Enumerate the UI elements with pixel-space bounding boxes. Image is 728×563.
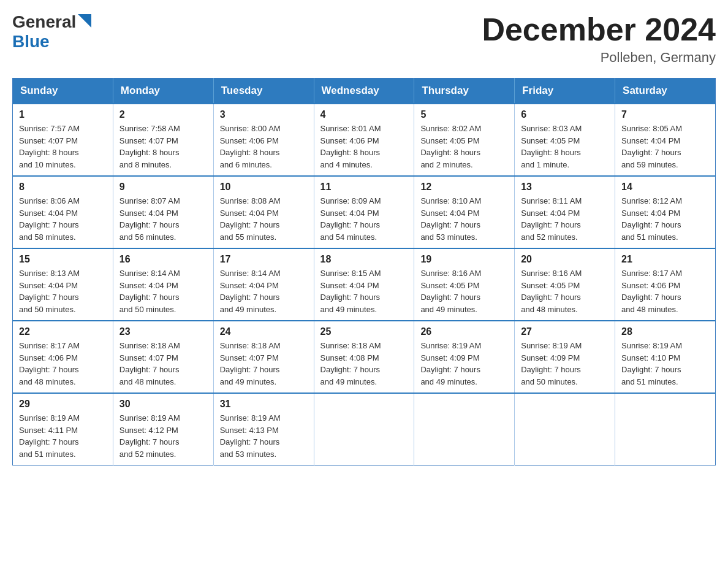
day-info: Sunrise: 8:01 AM Sunset: 4:06 PM Dayligh… (320, 123, 408, 170)
day-number: 31 (220, 399, 308, 410)
day-number: 18 (320, 254, 408, 265)
calendar-cell: 11Sunrise: 8:09 AM Sunset: 4:04 PM Dayli… (314, 176, 414, 248)
day-number: 10 (220, 182, 308, 193)
calendar-cell: 10Sunrise: 8:08 AM Sunset: 4:04 PM Dayli… (213, 176, 314, 248)
day-number: 6 (521, 109, 609, 120)
day-info: Sunrise: 8:18 AM Sunset: 4:07 PM Dayligh… (119, 340, 207, 388)
calendar-cell: 22Sunrise: 8:17 AM Sunset: 4:06 PM Dayli… (13, 321, 113, 393)
calendar-title: December 2024 (482, 12, 716, 47)
day-info: Sunrise: 8:17 AM Sunset: 4:06 PM Dayligh… (19, 340, 107, 388)
calendar-cell: 15Sunrise: 8:13 AM Sunset: 4:04 PM Dayli… (13, 248, 113, 321)
day-info: Sunrise: 8:19 AM Sunset: 4:09 PM Dayligh… (521, 340, 609, 388)
calendar-cell (314, 393, 414, 465)
calendar-cell: 18Sunrise: 8:15 AM Sunset: 4:04 PM Dayli… (314, 248, 414, 321)
calendar-table: Sunday Monday Tuesday Wednesday Thursday… (12, 78, 716, 465)
day-info: Sunrise: 8:14 AM Sunset: 4:04 PM Dayligh… (220, 267, 308, 315)
day-number: 3 (220, 109, 308, 120)
day-info: Sunrise: 8:02 AM Sunset: 4:05 PM Dayligh… (420, 123, 508, 170)
day-number: 29 (19, 399, 107, 410)
day-number: 24 (220, 326, 308, 337)
header-thursday: Thursday (414, 79, 515, 104)
day-number: 19 (420, 254, 508, 265)
day-info: Sunrise: 8:16 AM Sunset: 4:05 PM Dayligh… (420, 267, 508, 315)
day-info: Sunrise: 8:19 AM Sunset: 4:10 PM Dayligh… (621, 340, 709, 388)
day-info: Sunrise: 7:57 AM Sunset: 4:07 PM Dayligh… (19, 123, 107, 170)
logo-triangle-icon (78, 14, 91, 28)
calendar-cell: 13Sunrise: 8:11 AM Sunset: 4:04 PM Dayli… (515, 176, 615, 248)
weekday-header-row: Sunday Monday Tuesday Wednesday Thursday… (13, 79, 716, 104)
day-info: Sunrise: 8:19 AM Sunset: 4:09 PM Dayligh… (420, 340, 508, 388)
calendar-cell: 12Sunrise: 8:10 AM Sunset: 4:04 PM Dayli… (414, 176, 515, 248)
day-info: Sunrise: 8:05 AM Sunset: 4:04 PM Dayligh… (621, 123, 709, 170)
day-info: Sunrise: 8:18 AM Sunset: 4:07 PM Dayligh… (220, 340, 308, 388)
calendar-cell: 27Sunrise: 8:19 AM Sunset: 4:09 PM Dayli… (515, 321, 615, 393)
day-number: 22 (19, 326, 107, 337)
calendar-cell: 19Sunrise: 8:16 AM Sunset: 4:05 PM Dayli… (414, 248, 515, 321)
day-number: 23 (119, 326, 207, 337)
day-number: 5 (420, 109, 508, 120)
day-info: Sunrise: 8:19 AM Sunset: 4:11 PM Dayligh… (19, 412, 107, 460)
day-number: 4 (320, 109, 408, 120)
calendar-cell: 28Sunrise: 8:19 AM Sunset: 4:10 PM Dayli… (615, 321, 716, 393)
calendar-cell: 6Sunrise: 8:03 AM Sunset: 4:05 PM Daylig… (515, 104, 615, 176)
header-saturday: Saturday (615, 79, 716, 104)
day-number: 26 (420, 326, 508, 337)
header-tuesday: Tuesday (213, 79, 314, 104)
calendar-cell: 25Sunrise: 8:18 AM Sunset: 4:08 PM Dayli… (314, 321, 414, 393)
day-number: 28 (621, 326, 709, 337)
calendar-week-row: 8Sunrise: 8:06 AM Sunset: 4:04 PM Daylig… (13, 176, 716, 248)
day-info: Sunrise: 8:16 AM Sunset: 4:05 PM Dayligh… (521, 267, 609, 315)
day-number: 13 (521, 182, 609, 193)
calendar-cell: 2Sunrise: 7:58 AM Sunset: 4:07 PM Daylig… (113, 104, 213, 176)
calendar-cell: 20Sunrise: 8:16 AM Sunset: 4:05 PM Dayli… (515, 248, 615, 321)
day-info: Sunrise: 8:18 AM Sunset: 4:08 PM Dayligh… (320, 340, 408, 388)
day-number: 27 (521, 326, 609, 337)
svg-marker-0 (78, 14, 91, 28)
day-number: 30 (119, 399, 207, 410)
calendar-cell: 29Sunrise: 8:19 AM Sunset: 4:11 PM Dayli… (13, 393, 113, 465)
calendar-week-row: 15Sunrise: 8:13 AM Sunset: 4:04 PM Dayli… (13, 248, 716, 321)
calendar-subtitle: Polleben, Germany (482, 50, 716, 66)
day-info: Sunrise: 8:13 AM Sunset: 4:04 PM Dayligh… (19, 267, 107, 315)
calendar-cell: 24Sunrise: 8:18 AM Sunset: 4:07 PM Dayli… (213, 321, 314, 393)
day-number: 9 (119, 182, 207, 193)
day-number: 20 (521, 254, 609, 265)
day-number: 25 (320, 326, 408, 337)
day-info: Sunrise: 8:03 AM Sunset: 4:05 PM Dayligh… (521, 123, 609, 170)
day-info: Sunrise: 8:11 AM Sunset: 4:04 PM Dayligh… (521, 195, 609, 243)
calendar-week-row: 29Sunrise: 8:19 AM Sunset: 4:11 PM Dayli… (13, 393, 716, 465)
day-info: Sunrise: 8:00 AM Sunset: 4:06 PM Dayligh… (220, 123, 308, 170)
calendar-cell: 26Sunrise: 8:19 AM Sunset: 4:09 PM Dayli… (414, 321, 515, 393)
calendar-cell: 16Sunrise: 8:14 AM Sunset: 4:04 PM Dayli… (113, 248, 213, 321)
calendar-cell (414, 393, 515, 465)
day-number: 21 (621, 254, 709, 265)
calendar-cell: 9Sunrise: 8:07 AM Sunset: 4:04 PM Daylig… (113, 176, 213, 248)
day-info: Sunrise: 7:58 AM Sunset: 4:07 PM Dayligh… (119, 123, 207, 170)
calendar-cell: 4Sunrise: 8:01 AM Sunset: 4:06 PM Daylig… (314, 104, 414, 176)
calendar-cell: 1Sunrise: 7:57 AM Sunset: 4:07 PM Daylig… (13, 104, 113, 176)
calendar-week-row: 22Sunrise: 8:17 AM Sunset: 4:06 PM Dayli… (13, 321, 716, 393)
calendar-cell: 17Sunrise: 8:14 AM Sunset: 4:04 PM Dayli… (213, 248, 314, 321)
day-number: 7 (621, 109, 709, 120)
day-number: 12 (420, 182, 508, 193)
day-info: Sunrise: 8:19 AM Sunset: 4:13 PM Dayligh… (220, 412, 308, 460)
calendar-cell: 5Sunrise: 8:02 AM Sunset: 4:05 PM Daylig… (414, 104, 515, 176)
day-info: Sunrise: 8:06 AM Sunset: 4:04 PM Dayligh… (19, 195, 107, 243)
logo-general-text: General (12, 12, 76, 32)
day-info: Sunrise: 8:19 AM Sunset: 4:12 PM Dayligh… (119, 412, 207, 460)
calendar-cell: 23Sunrise: 8:18 AM Sunset: 4:07 PM Dayli… (113, 321, 213, 393)
logo: General Blue (12, 12, 91, 52)
header-monday: Monday (113, 79, 213, 104)
calendar-cell: 14Sunrise: 8:12 AM Sunset: 4:04 PM Dayli… (615, 176, 716, 248)
calendar-cell: 7Sunrise: 8:05 AM Sunset: 4:04 PM Daylig… (615, 104, 716, 176)
day-info: Sunrise: 8:12 AM Sunset: 4:04 PM Dayligh… (621, 195, 709, 243)
day-number: 2 (119, 109, 207, 120)
calendar-cell: 21Sunrise: 8:17 AM Sunset: 4:06 PM Dayli… (615, 248, 716, 321)
day-number: 1 (19, 109, 107, 120)
day-number: 17 (220, 254, 308, 265)
day-number: 14 (621, 182, 709, 193)
day-info: Sunrise: 8:07 AM Sunset: 4:04 PM Dayligh… (119, 195, 207, 243)
logo-blue-text: Blue (12, 32, 50, 51)
header-wednesday: Wednesday (314, 79, 414, 104)
day-info: Sunrise: 8:08 AM Sunset: 4:04 PM Dayligh… (220, 195, 308, 243)
